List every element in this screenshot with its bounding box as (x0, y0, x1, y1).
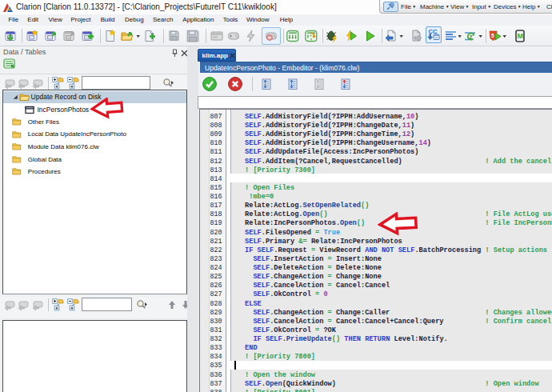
svg-text:5: 5 (491, 33, 494, 38)
svg-text:2: 2 (470, 34, 473, 40)
svg-text:M: M (518, 32, 524, 40)
